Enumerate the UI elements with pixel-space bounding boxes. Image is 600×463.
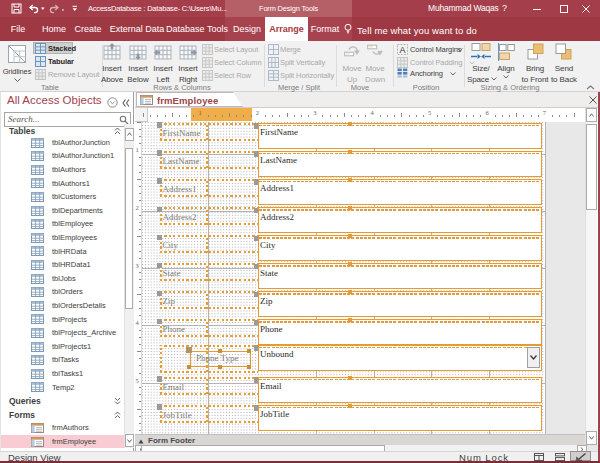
svg-text:A: A (399, 44, 405, 54)
